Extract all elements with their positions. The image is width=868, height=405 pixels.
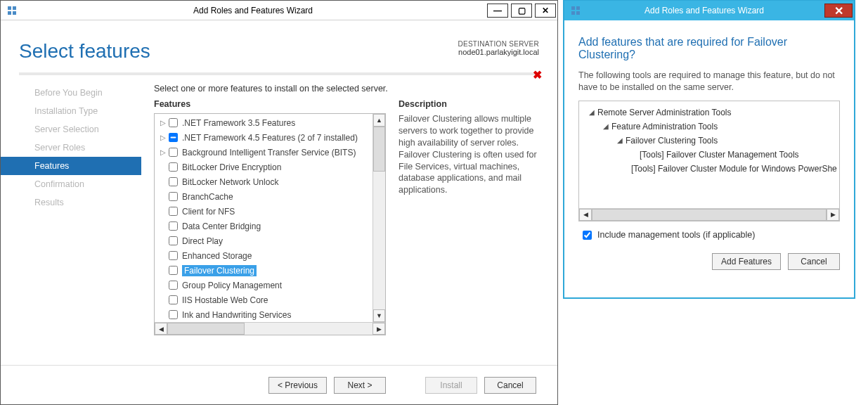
scroll-up-icon[interactable]: ▲	[373, 114, 385, 127]
tree-caret-icon[interactable]: ◢	[616, 136, 624, 144]
feature-row[interactable]: ▷Background Intelligent Transfer Service…	[155, 145, 373, 160]
feature-row[interactable]: Data Center Bridging	[155, 219, 373, 233]
feature-checkbox[interactable]	[169, 133, 178, 142]
feature-row[interactable]: Enhanced Storage	[155, 248, 373, 263]
expand-icon[interactable]: ▷	[159, 134, 167, 141]
tree-node[interactable]: ◢Remote Server Administration Tools	[582, 105, 836, 120]
minimize-button[interactable]: —	[487, 4, 508, 18]
feature-row[interactable]: Direct Play	[155, 233, 373, 248]
feature-checkbox[interactable]	[169, 251, 178, 260]
cancel-button[interactable]: Cancel	[484, 377, 536, 394]
scroll-thumb[interactable]	[373, 127, 385, 172]
dialog-titlebar: Add Roles and Features Wizard ✕	[564, 1, 854, 20]
wizard-window: Add Roles and Features Wizard — ▢ ✕ Sele…	[0, 0, 558, 405]
scroll-down-icon[interactable]: ▼	[373, 309, 385, 322]
feature-label: Direct Play	[182, 236, 223, 247]
feature-checkbox[interactable]	[169, 221, 178, 231]
feature-row[interactable]: ▷.NET Framework 4.5 Features (2 of 7 ins…	[155, 130, 373, 145]
window-title: Add Roles and Features Wizard	[20, 6, 486, 15]
nav-item-features[interactable]: Features	[1, 157, 141, 175]
feature-checkbox[interactable]	[169, 162, 178, 172]
tree-node[interactable]: [Tools] Failover Cluster Module for Wind…	[582, 162, 836, 176]
tree-caret-icon[interactable]: ◢	[602, 122, 610, 130]
feature-label: BranchCache	[182, 191, 233, 202]
nav-item-before-you-begin[interactable]: Before You Begin	[1, 84, 141, 102]
scroll-thumb-h[interactable]	[167, 323, 245, 335]
feature-row[interactable]: BitLocker Network Unlock	[155, 174, 373, 189]
nav-item-server-selection[interactable]: Server Selection	[1, 120, 141, 139]
feature-checkbox[interactable]	[169, 148, 178, 157]
feature-row[interactable]: ▷.NET Framework 3.5 Features	[155, 115, 373, 130]
feature-row[interactable]: Ink and Handwriting Services	[155, 307, 373, 322]
expand-icon[interactable]: ▷	[159, 119, 167, 127]
refresh-close-icon[interactable]: ✖	[533, 68, 542, 82]
features-listbox[interactable]: ▷.NET Framework 3.5 Features▷.NET Framew…	[154, 113, 386, 335]
dialog-close-button[interactable]: ✕	[824, 4, 853, 18]
tree-node[interactable]: ◢Failover Clustering Tools	[582, 134, 836, 148]
tree-node[interactable]: ◢Feature Administration Tools	[582, 120, 836, 134]
feature-label: Group Policy Management	[182, 280, 282, 291]
include-label: Include management tools (if applicable)	[597, 230, 755, 240]
description-body: Failover Clustering allows multiple serv…	[399, 113, 539, 196]
tree-horizontal-scrollbar[interactable]: ◀ ▶	[579, 208, 839, 221]
scroll-right-icon[interactable]: ▶	[373, 323, 385, 335]
tree-node-label: [Tools] Failover Cluster Management Tool…	[640, 150, 799, 160]
vertical-scrollbar[interactable]: ▲ ▼	[373, 114, 385, 322]
feature-row[interactable]: IIS Hostable Web Core	[155, 292, 373, 307]
nav-item-server-roles[interactable]: Server Roles	[1, 139, 141, 157]
include-checkbox-input[interactable]	[583, 231, 592, 240]
previous-button[interactable]: < Previous	[268, 377, 327, 394]
add-features-button[interactable]: Add Features	[712, 253, 781, 270]
dialog-message: The following tools are required to mana…	[578, 70, 840, 94]
feature-checkbox[interactable]	[169, 192, 178, 201]
wizard-nav: Before You BeginInstallation TypeServer …	[1, 79, 141, 335]
dialog-cancel-button[interactable]: Cancel	[788, 253, 840, 270]
wizard-footer: < Previous Next > Install Cancel	[1, 365, 557, 404]
feature-label: Background Intelligent Transfer Service …	[182, 147, 356, 158]
next-button[interactable]: Next >	[334, 377, 386, 394]
page-title: Select features	[19, 40, 458, 63]
feature-checkbox[interactable]	[169, 177, 178, 186]
install-button[interactable]: Install	[425, 377, 477, 394]
feature-label: Client for NFS	[182, 206, 235, 217]
app-icon	[567, 2, 584, 19]
destination-label: DESTINATION SERVER	[458, 40, 539, 48]
feature-label: Ink and Handwriting Services	[182, 309, 291, 321]
feature-checkbox[interactable]	[169, 266, 178, 275]
horizontal-scrollbar[interactable]: ◀ ▶	[155, 322, 385, 335]
titlebar: Add Roles and Features Wizard — ▢ ✕	[1, 1, 557, 20]
tree-caret-icon[interactable]: ◢	[588, 108, 596, 116]
app-icon	[4, 2, 20, 19]
tree-node[interactable]: [Tools] Failover Cluster Management Tool…	[582, 148, 836, 162]
expand-icon[interactable]: ▷	[159, 148, 167, 156]
feature-checkbox[interactable]	[169, 295, 178, 304]
feature-row[interactable]: Failover Clustering	[155, 263, 373, 278]
feature-row[interactable]: BitLocker Drive Encryption	[155, 160, 373, 174]
scroll-left-icon[interactable]: ◀	[155, 323, 167, 335]
scroll-thumb-h[interactable]	[592, 209, 827, 221]
feature-checkbox[interactable]	[169, 310, 178, 319]
required-tools-tree[interactable]: ◢Remote Server Administration Tools◢Feat…	[578, 101, 840, 221]
feature-checkbox[interactable]	[169, 281, 178, 290]
feature-checkbox[interactable]	[169, 207, 178, 216]
instruction-text: Select one or more features to install o…	[154, 84, 539, 94]
nav-item-confirmation[interactable]: Confirmation	[1, 175, 141, 193]
tree-node-label: [Tools] Failover Cluster Module for Wind…	[631, 164, 837, 174]
scroll-right-icon[interactable]: ▶	[827, 209, 839, 221]
feature-row[interactable]: BranchCache	[155, 189, 373, 204]
feature-row[interactable]: Client for NFS	[155, 204, 373, 219]
close-button[interactable]: ✕	[535, 4, 556, 18]
header-divider: ✖	[19, 72, 539, 75]
feature-row[interactable]: Group Policy Management	[155, 278, 373, 292]
nav-item-results[interactable]: Results	[1, 193, 141, 212]
feature-checkbox[interactable]	[169, 118, 178, 127]
feature-checkbox[interactable]	[169, 236, 178, 245]
include-management-tools-checkbox[interactable]: Include management tools (if applicable)	[580, 229, 840, 242]
tree-node-label: Failover Clustering Tools	[626, 136, 718, 146]
scroll-left-icon[interactable]: ◀	[579, 209, 592, 221]
dialog-title: Add Roles and Features Wizard	[584, 6, 824, 15]
features-heading: Features	[154, 99, 386, 109]
nav-item-installation-type[interactable]: Installation Type	[1, 102, 141, 120]
feature-label: Failover Clustering	[182, 265, 257, 276]
maximize-button[interactable]: ▢	[511, 4, 532, 18]
